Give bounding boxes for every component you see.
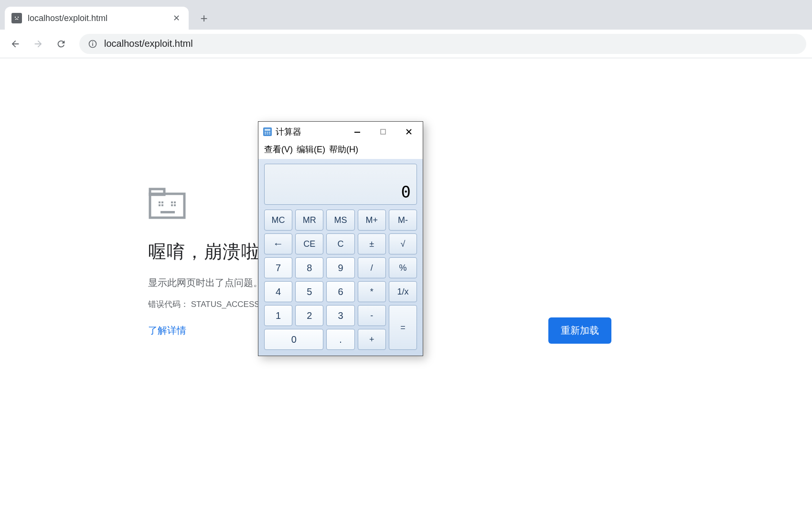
calc-4[interactable]: 4 bbox=[264, 281, 292, 302]
tab-strip: localhost/exploit.html ✕ + bbox=[0, 0, 812, 30]
calc-7[interactable]: 7 bbox=[264, 257, 292, 278]
new-tab-button[interactable]: + bbox=[194, 9, 214, 28]
error-subtitle: 显示此网页时出了点问题。 bbox=[148, 276, 812, 289]
svg-rect-22 bbox=[265, 134, 266, 135]
sad-page-icon bbox=[11, 13, 22, 23]
calc-add[interactable]: + bbox=[358, 329, 386, 350]
svg-rect-26 bbox=[381, 129, 385, 134]
calc-ce[interactable]: CE bbox=[295, 233, 323, 254]
calc-9[interactable]: 9 bbox=[326, 257, 354, 278]
browser-toolbar: localhost/exploit.html bbox=[0, 30, 812, 58]
calc-2[interactable]: 2 bbox=[295, 305, 323, 326]
svg-rect-23 bbox=[267, 134, 268, 135]
tab-close-button[interactable]: ✕ bbox=[171, 12, 182, 24]
menu-edit[interactable]: 编辑(E) bbox=[296, 144, 326, 155]
svg-rect-2 bbox=[18, 17, 19, 18]
svg-rect-19 bbox=[265, 132, 266, 133]
calculator-icon bbox=[263, 127, 272, 136]
calc-percent[interactable]: % bbox=[389, 257, 417, 278]
calculator-body: 0 MC MR MS M+ M- ← CE C ± √ 7 8 9 / % 4 … bbox=[258, 159, 423, 356]
calc-mminus[interactable]: M- bbox=[389, 210, 417, 231]
url-text: localhost/exploit.html bbox=[104, 38, 193, 49]
svg-rect-15 bbox=[174, 204, 176, 206]
calc-0[interactable]: 0 bbox=[264, 329, 323, 350]
svg-rect-12 bbox=[171, 201, 173, 203]
calc-mc[interactable]: MC bbox=[264, 210, 292, 231]
maximize-button[interactable] bbox=[372, 124, 394, 140]
svg-rect-18 bbox=[265, 129, 270, 131]
error-code-label: 错误代码： bbox=[148, 300, 189, 309]
calculator-menu: 查看(V) 编辑(E) 帮助(H) bbox=[258, 142, 423, 159]
calc-ms[interactable]: MS bbox=[326, 210, 354, 231]
calc-8[interactable]: 8 bbox=[295, 257, 323, 278]
calc-divide[interactable]: / bbox=[358, 257, 386, 278]
calculator-window[interactable]: 计算器 查看(V) 编辑(E) 帮助(H) 0 MC MR MS M+ M- ←… bbox=[258, 121, 423, 356]
error-code: 错误代码： STATUS_ACCESS_VI bbox=[148, 299, 812, 310]
calc-6[interactable]: 6 bbox=[326, 281, 354, 302]
back-arrow-icon: ← bbox=[273, 238, 284, 250]
back-button[interactable] bbox=[6, 34, 25, 53]
calculator-title: 计算器 bbox=[276, 126, 342, 137]
svg-rect-0 bbox=[13, 15, 20, 21]
svg-rect-25 bbox=[354, 132, 360, 133]
svg-rect-24 bbox=[269, 134, 270, 135]
svg-rect-20 bbox=[267, 132, 268, 133]
svg-rect-16 bbox=[160, 211, 175, 213]
forward-button[interactable] bbox=[29, 34, 48, 53]
calculator-display: 0 bbox=[264, 164, 417, 205]
menu-view[interactable]: 查看(V) bbox=[263, 144, 294, 155]
menu-help[interactable]: 帮助(H) bbox=[328, 144, 359, 155]
reload-page-button[interactable]: 重新加载 bbox=[548, 317, 611, 344]
reload-button[interactable] bbox=[52, 34, 71, 53]
calc-decimal[interactable]: . bbox=[326, 329, 354, 350]
calc-mr[interactable]: MR bbox=[295, 210, 323, 231]
svg-rect-14 bbox=[171, 204, 173, 206]
calc-multiply[interactable]: * bbox=[358, 281, 386, 302]
calc-5[interactable]: 5 bbox=[295, 281, 323, 302]
calc-equals[interactable]: = bbox=[389, 305, 417, 350]
calc-subtract[interactable]: - bbox=[358, 305, 386, 326]
svg-rect-21 bbox=[269, 132, 270, 133]
site-info-icon[interactable] bbox=[88, 39, 97, 49]
svg-rect-8 bbox=[159, 201, 160, 203]
learn-more-link[interactable]: 了解详情 bbox=[148, 324, 186, 337]
calc-3[interactable]: 3 bbox=[326, 305, 354, 326]
calc-sqrt[interactable]: √ bbox=[389, 233, 417, 254]
svg-rect-5 bbox=[92, 42, 93, 42]
svg-rect-7 bbox=[150, 189, 164, 195]
calculator-titlebar[interactable]: 计算器 bbox=[258, 122, 423, 142]
svg-rect-1 bbox=[15, 17, 16, 18]
svg-rect-9 bbox=[161, 201, 163, 203]
minimize-button[interactable] bbox=[346, 124, 368, 140]
tab-title: localhost/exploit.html bbox=[28, 13, 165, 23]
svg-rect-6 bbox=[150, 194, 184, 218]
svg-rect-11 bbox=[161, 204, 163, 206]
calc-inverse[interactable]: 1/x bbox=[389, 281, 417, 302]
svg-rect-10 bbox=[159, 204, 160, 206]
calc-plusminus[interactable]: ± bbox=[358, 233, 386, 254]
svg-rect-4 bbox=[92, 43, 93, 46]
calc-backspace[interactable]: ← bbox=[264, 233, 292, 254]
error-title: 喔唷，崩溃啦！ bbox=[148, 240, 812, 264]
address-bar[interactable]: localhost/exploit.html bbox=[79, 34, 806, 54]
calc-mplus[interactable]: M+ bbox=[358, 210, 386, 231]
calculator-keypad: MC MR MS M+ M- ← CE C ± √ 7 8 9 / % 4 5 … bbox=[264, 210, 417, 350]
calc-c[interactable]: C bbox=[326, 233, 354, 254]
browser-tab[interactable]: localhost/exploit.html ✕ bbox=[5, 7, 189, 30]
svg-rect-13 bbox=[174, 201, 176, 203]
close-button[interactable] bbox=[398, 124, 420, 140]
calc-1[interactable]: 1 bbox=[264, 305, 292, 326]
sad-folder-icon bbox=[148, 187, 812, 221]
